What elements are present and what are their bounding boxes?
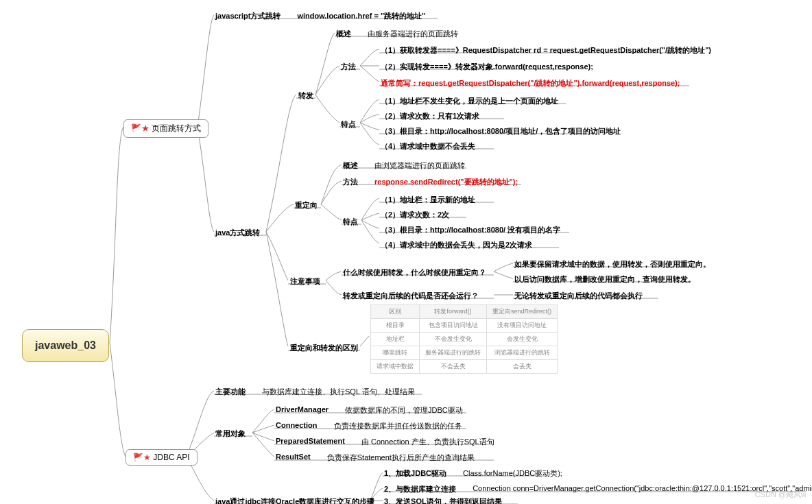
leaf-rd-f3: （3）根目录：http://localhost:8080/ 没有项目的名字 — [381, 224, 560, 237]
node-page-jump: 页面跳转方式 — [123, 119, 208, 138]
leaf-redirect: 重定向 — [295, 199, 318, 212]
leaf-forward: 转发 — [298, 89, 313, 102]
leaf-jdbc-steps: java通过jdbc连接Oracle数据库进行交互的步骤 — [215, 495, 374, 504]
leaf-fwd-m3: 通常简写：request.getRequestDispatcher("/跳转的地… — [381, 77, 680, 90]
leaf-js-jump: javascript方式跳转window.location.href = "跳转… — [215, 10, 425, 23]
leaf-fwd-feat: 特点 — [341, 118, 356, 131]
leaf-rd-method: 方法response.sendRedirect("要跳转的地址"); — [343, 176, 518, 189]
leaf-fwd-f1: （1）地址栏不发生变化，显示的是上一个页面的地址 — [381, 95, 558, 108]
leaf-jdbc-obj: 常用对象 — [215, 427, 246, 440]
leaf-obj3: PreparedStatement由 Connection 产生、负责执行SQL… — [276, 435, 494, 448]
leaf-java-jump: java方式跳转 — [215, 226, 260, 239]
leaf-notice: 注意事项 — [290, 275, 320, 288]
leaf-obj4: ResultSet负责保存Statement执行后所产生的查询结果 — [276, 451, 475, 464]
leaf-obj1: DriverManager依据数据库的不同，管理JDBC驱动 — [276, 404, 463, 417]
leaf-rd-f1: （1）地址栏：显示新的地址 — [381, 193, 475, 206]
leaf-rd-f4: （4）请求域中的数据会丢失，因为是2次请求 — [381, 239, 532, 252]
leaf-fwd-over: 概述由服务器端进行的页面跳转 — [336, 27, 458, 40]
root-node: javaweb_03 — [22, 329, 109, 362]
leaf-rd-over: 概述由浏览器端进行的页面跳转 — [343, 159, 465, 172]
diff-table: 区别转发forward()重定向sendRedirect() 根目录包含项目访问… — [370, 304, 558, 374]
leaf-fwd-f2: （2）请求次数：只有1次请求 — [381, 110, 479, 123]
leaf-jdbc-main: 主要功能与数据库建立连接、执行SQL 语句、处理结果 — [215, 385, 415, 398]
leaf-fwd-f3: （3）根目录：http://localhost:8080/项目地址/，包含了项目… — [381, 125, 621, 138]
leaf-notice-a1a: 如果要保留请求域中的数据，使用转发，否则使用重定向。 — [514, 258, 710, 271]
leaf-obj2: Connection负责连接数据库并担任传送数据的任务 — [276, 420, 462, 433]
leaf-fwd-m2: （2）实现转发====》转发器对象.forward(request,respon… — [381, 60, 593, 73]
leaf-fwd-f4: （4）请求域中数据不会丢失 — [381, 140, 475, 153]
leaf-rd-feat: 特点 — [343, 215, 358, 228]
leaf-notice-q1: 什么时候使用转发，什么时候使用重定向？ — [343, 266, 486, 279]
leaf-notice-a2: 无论转发或重定向后续的代码都会执行 — [514, 289, 643, 302]
leaf-notice-q2: 转发或重定向后续的代码是否还会运行？ — [343, 289, 479, 302]
leaf-fwd-m1: （1）获取转发器====》RequestDispatcher rd = requ… — [381, 44, 711, 57]
leaf-rd-f2: （2）请求次数：2次 — [381, 208, 449, 221]
node-jdbc-api: JDBC API — [126, 449, 198, 466]
leaf-s2: 2、与数据库建立连接Connection conn=DriverManager.… — [384, 483, 812, 496]
leaf-s3[interactable]: 3、发送SQL语句，并得到返回结果 — [384, 495, 502, 504]
leaf-diff: 重定向和转发的区别 — [290, 341, 358, 355]
leaf-fwd-method: 方法 — [341, 60, 356, 73]
leaf-s1: 1、加载JDBC驱动Class.forName(JDBC驱动类); — [384, 467, 562, 480]
leaf-notice-a1b: 以后访问数据库，增删改使用重定向，查询使用转发。 — [514, 273, 695, 286]
